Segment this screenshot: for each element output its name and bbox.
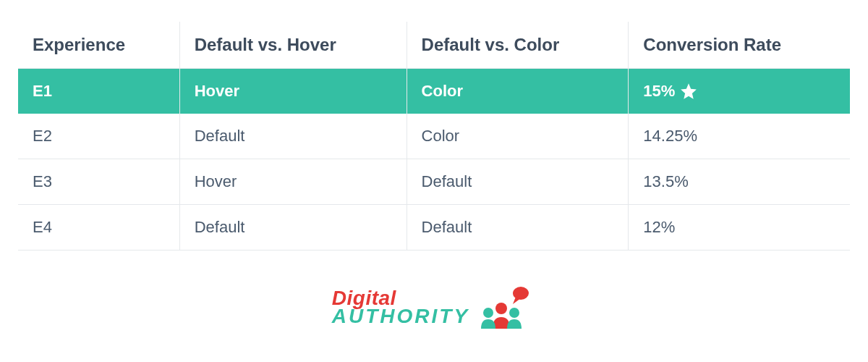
experience-table: Experience Default vs. Hover Default vs.… (18, 22, 850, 251)
cell-color: Color (407, 69, 629, 114)
brand-logo-text: Digital AUTHORITY (332, 289, 469, 325)
cell-color: Default (407, 205, 629, 251)
rate-value: 13.5% (643, 172, 688, 191)
cell-color: Default (407, 159, 629, 205)
table-row: E2DefaultColor14.25% (18, 114, 850, 159)
svg-point-2 (495, 303, 507, 314)
cell-experience: E1 (18, 69, 179, 114)
cell-experience: E2 (18, 114, 179, 159)
cell-rate: 14.25% (629, 114, 850, 159)
cell-hover: Default (179, 114, 407, 159)
brand-logo: Digital AUTHORITY (18, 285, 850, 329)
cell-experience: E3 (18, 159, 179, 205)
table-row: E3HoverDefault13.5% (18, 159, 850, 205)
cell-experience: E4 (18, 205, 179, 251)
table-row: E4DefaultDefault12% (18, 205, 850, 251)
cell-hover: Default (179, 205, 407, 251)
people-speech-icon (480, 285, 536, 329)
table-body: E1HoverColor15%E2DefaultColor14.25%E3Hov… (18, 69, 850, 251)
svg-point-3 (483, 308, 493, 318)
svg-point-0 (513, 287, 529, 300)
cell-rate: 12% (629, 205, 850, 251)
rate-value: 12% (643, 218, 675, 237)
table-header-row: Experience Default vs. Hover Default vs.… (18, 22, 850, 69)
col-hover: Default vs. Hover (179, 22, 407, 69)
cell-hover: Hover (179, 159, 407, 205)
brand-logo-line2: AUTHORITY (332, 307, 469, 325)
col-experience: Experience (18, 22, 179, 69)
rate-value: 14.25% (643, 127, 697, 146)
cell-color: Color (407, 114, 629, 159)
svg-point-4 (509, 308, 519, 318)
star-icon (679, 82, 698, 101)
cell-rate: 15% (629, 69, 850, 114)
table-row: E1HoverColor15% (18, 69, 850, 114)
rate-value: 15% (643, 82, 675, 101)
col-rate: Conversion Rate (629, 22, 850, 69)
cell-hover: Hover (179, 69, 407, 114)
cell-rate: 13.5% (629, 159, 850, 205)
col-color: Default vs. Color (407, 22, 629, 69)
